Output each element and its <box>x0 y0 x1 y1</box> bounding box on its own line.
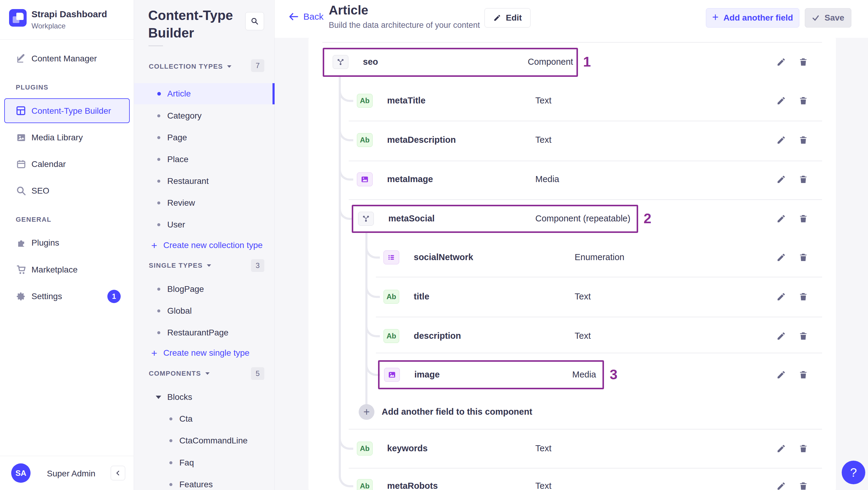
pencil-icon <box>776 214 786 223</box>
trash-icon <box>799 96 808 105</box>
delete-field-button[interactable] <box>797 442 809 455</box>
sidebar-item-marketplace[interactable]: Marketplace <box>0 259 134 280</box>
sidebar-item-ctacommandline[interactable]: CtaCommandLine <box>134 430 275 451</box>
delete-field-button[interactable] <box>797 251 809 264</box>
sidebar-item-global[interactable]: Global <box>134 300 275 321</box>
media-library-icon <box>16 132 27 143</box>
sidebar-item-calendar[interactable]: Calendar <box>0 154 134 175</box>
edit-field-button[interactable] <box>775 330 787 342</box>
sidebar-item-place[interactable]: Place <box>134 149 275 170</box>
plus-icon: + <box>151 240 157 250</box>
bullet-icon <box>157 331 160 334</box>
single-types-header[interactable]: SINGLE TYPES <box>149 259 211 272</box>
page-subtitle: Build the data architecture of your cont… <box>329 21 480 30</box>
row-divider <box>376 317 822 317</box>
media-field-icon <box>384 368 400 382</box>
sidebar-item-blogpage[interactable]: BlogPage <box>134 279 275 300</box>
delete-field-button[interactable] <box>797 330 809 342</box>
edit-field-button[interactable] <box>775 56 787 68</box>
delete-field-button[interactable] <box>797 213 809 225</box>
text-field-icon: Ab <box>357 133 373 147</box>
sidebar-item-restaurant[interactable]: Restaurant <box>134 171 275 192</box>
tree-elbow <box>339 167 353 181</box>
edit-field-button[interactable] <box>775 442 787 455</box>
sidebar-item-faq[interactable]: Faq <box>134 452 275 473</box>
components-header[interactable]: COMPONENTS <box>149 367 210 380</box>
add-field-to-component-button[interactable]: + <box>359 404 374 420</box>
edit-field-button[interactable] <box>775 95 787 107</box>
edit-field-button[interactable] <box>775 251 787 264</box>
arrow-left-icon <box>288 12 299 22</box>
pencil-icon <box>776 96 786 105</box>
field-type: Text <box>535 96 551 105</box>
field-type: Text <box>535 135 551 145</box>
add-field-label: Add another field <box>723 13 793 23</box>
help-button[interactable]: ? <box>842 461 865 484</box>
sidebar-item-seo[interactable]: SEO <box>0 180 134 202</box>
user-name: Super Admin <box>47 469 95 479</box>
sidebar-item-restaurantpage[interactable]: RestaurantPage <box>134 322 275 343</box>
sidebar-item-category[interactable]: Category <box>134 105 275 126</box>
edit-label: Edit <box>506 13 522 23</box>
components-count: 5 <box>251 367 264 380</box>
delete-field-button[interactable] <box>797 480 809 490</box>
edit-field-button[interactable] <box>775 213 787 225</box>
row-divider <box>349 468 822 468</box>
pencil-icon <box>776 135 786 145</box>
bullet-icon <box>157 223 160 226</box>
user-avatar: SA <box>11 463 31 483</box>
sidebar-item-content-manager[interactable]: Content Manager <box>0 48 134 69</box>
user-area: SA Super Admin <box>0 456 134 490</box>
media-field-icon <box>357 173 373 186</box>
delete-field-button[interactable] <box>797 56 809 68</box>
trash-icon <box>799 57 808 67</box>
group-label: Blocks <box>167 392 192 402</box>
sidebar-group-blocks[interactable]: Blocks <box>134 387 275 408</box>
create-collection-type-link[interactable]: + Create new collection type <box>134 235 275 256</box>
sidebar-item-features[interactable]: Features <box>134 474 275 490</box>
sidebar-item-review[interactable]: Review <box>134 192 275 214</box>
edit-field-button[interactable] <box>775 480 787 490</box>
delete-field-button[interactable] <box>797 369 809 381</box>
delete-field-button[interactable] <box>797 291 809 303</box>
edit-field-button[interactable] <box>775 134 787 146</box>
sidebar-item-article[interactable]: Article <box>134 83 275 104</box>
sidebar-item-label: Content-Type Builder <box>31 106 111 116</box>
field-name: metaTitle <box>387 96 426 105</box>
add-another-field-button[interactable]: + Add another field <box>706 8 799 28</box>
pencil-icon <box>776 481 786 490</box>
delete-field-button[interactable] <box>797 95 809 107</box>
search-button[interactable] <box>245 12 264 30</box>
sidebar-item-label: Content Manager <box>31 54 97 63</box>
section-label: COMPONENTS <box>149 370 201 377</box>
trash-icon <box>799 481 808 490</box>
sidebar-item-page[interactable]: Page <box>134 127 275 148</box>
create-single-type-link[interactable]: + Create new single type <box>134 342 275 364</box>
edit-button[interactable]: Edit <box>485 8 530 28</box>
sidebar-item-plugins[interactable]: Plugins <box>0 232 134 253</box>
back-button[interactable]: Back <box>288 11 323 22</box>
tree-elbow <box>339 474 353 487</box>
add-field-to-component-label[interactable]: Add another field to this component <box>382 407 532 417</box>
edit-field-button[interactable] <box>775 369 787 381</box>
edit-field-button[interactable] <box>775 291 787 303</box>
bullet-icon <box>169 483 173 486</box>
sidebar-item-user[interactable]: User <box>134 214 275 235</box>
sidebar-item-media-library[interactable]: Media Library <box>0 127 134 148</box>
plus-icon: + <box>712 11 719 24</box>
collection-types-header[interactable]: COLLECTION TYPES <box>149 60 231 73</box>
sidebar-item-content-type-builder[interactable]: Content-Type Builder <box>4 98 130 123</box>
page-title: Article <box>329 3 368 18</box>
annotation-number-3: 3 <box>610 366 618 382</box>
delete-field-button[interactable] <box>797 134 809 146</box>
sidebar-item-cta[interactable]: Cta <box>134 408 275 429</box>
content-area: seo Component Ab metaTitle Text Ab metaD… <box>275 38 868 490</box>
save-button[interactable]: Save <box>805 8 851 28</box>
pencil-icon <box>776 292 786 302</box>
edit-field-button[interactable] <box>775 173 787 185</box>
item-label: CtaCommandLine <box>179 436 248 446</box>
item-label: BlogPage <box>167 284 204 294</box>
collapse-sidebar-button[interactable] <box>111 466 125 480</box>
sidebar-item-settings[interactable]: Settings 1 <box>0 286 134 307</box>
delete-field-button[interactable] <box>797 173 809 185</box>
